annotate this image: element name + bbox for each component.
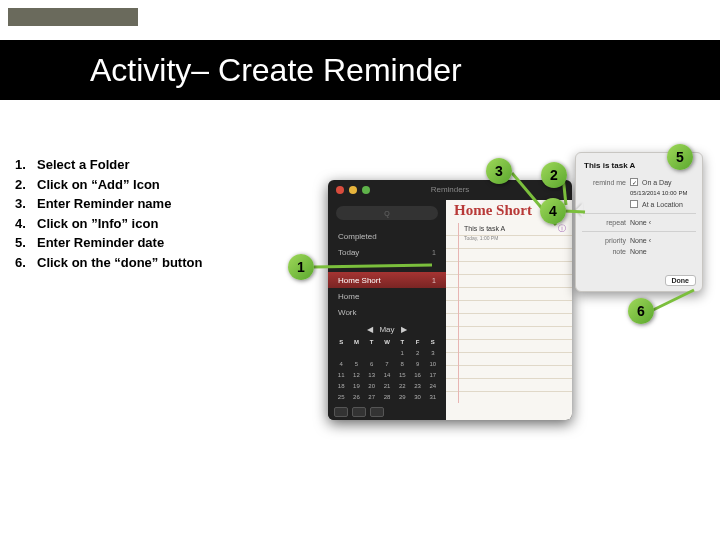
task-row[interactable]: This is task A ⓘ — [464, 223, 566, 234]
sidebar-item-work[interactable]: Work — [328, 304, 446, 320]
calendar-day[interactable]: 6 — [365, 359, 379, 369]
callout-badge-2: 2 — [541, 162, 567, 188]
info-icon[interactable]: ⓘ — [558, 223, 566, 234]
at-location-label: At a Location — [642, 201, 683, 208]
callout-badge-1: 1 — [288, 254, 314, 280]
repeat-value[interactable]: None ‹ — [630, 219, 651, 226]
calendar-day[interactable]: 12 — [349, 370, 363, 380]
divider — [582, 213, 696, 214]
calendar-day[interactable]: 25 — [334, 392, 348, 402]
task-list: This is task A ⓘ Today, 1:00 PM — [446, 223, 572, 403]
sidebar: Q Completed Today1 Home Short1 Home Work… — [328, 200, 446, 420]
step-item: 5.Enter Reminder date — [15, 233, 295, 253]
view-list-icon[interactable] — [334, 407, 348, 417]
calendar-dow: F — [410, 337, 424, 347]
calendar-dow: W — [380, 337, 394, 347]
calendar-day[interactable]: 4 — [334, 359, 348, 369]
search-input[interactable]: Q — [336, 206, 438, 220]
calendar-dow: M — [349, 337, 363, 347]
mini-calendar: ◀ May ▶ SMTWTFS1234567891011121314151617… — [334, 325, 440, 402]
search-icon: Q — [384, 210, 389, 217]
on-a-day-checkbox[interactable]: ✓ — [630, 178, 638, 186]
priority-label: priority — [584, 237, 626, 244]
calendar-day[interactable]: 18 — [334, 381, 348, 391]
on-a-day-label: On a Day — [642, 179, 672, 186]
reminder-date-field[interactable]: 05/13/2014 10:00 PM — [630, 190, 687, 196]
calendar-day[interactable]: 22 — [395, 381, 409, 391]
calendar-day[interactable]: 23 — [410, 381, 424, 391]
step-item: 2.Click on “Add” Icon — [15, 175, 295, 195]
divider — [328, 260, 446, 272]
calendar-day[interactable]: 20 — [365, 381, 379, 391]
view-add-icon[interactable] — [370, 407, 384, 417]
calendar-day[interactable]: 13 — [365, 370, 379, 380]
task-name: This is task A — [464, 225, 505, 232]
reminder-details-popover: This is task A remind me ✓ On a Day 05/1… — [575, 152, 703, 292]
step-item: 1.Select a Folder — [15, 155, 295, 175]
calendar-day[interactable]: 1 — [395, 348, 409, 358]
note-label: note — [584, 248, 626, 255]
divider — [582, 231, 696, 232]
calendar-day[interactable]: 14 — [380, 370, 394, 380]
calendar-day[interactable]: 21 — [380, 381, 394, 391]
step-item: 4.Click on ”Info” icon — [15, 214, 295, 234]
sidebar-item-completed[interactable]: Completed — [328, 228, 446, 244]
next-month-icon[interactable]: ▶ — [401, 325, 407, 334]
calendar-day — [365, 348, 379, 358]
view-toggle — [334, 407, 384, 417]
calendar-day[interactable]: 11 — [334, 370, 348, 380]
calendar-day[interactable]: 19 — [349, 381, 363, 391]
calendar-day[interactable]: 26 — [349, 392, 363, 402]
calendar-day[interactable]: 7 — [380, 359, 394, 369]
repeat-label: repeat — [584, 219, 626, 226]
priority-value[interactable]: None ‹ — [630, 237, 651, 244]
calendar-day[interactable]: 24 — [426, 381, 440, 391]
calendar-day[interactable]: 10 — [426, 359, 440, 369]
calendar-day — [334, 348, 348, 358]
calendar-day[interactable]: 16 — [410, 370, 424, 380]
callout-badge-5: 5 — [667, 144, 693, 170]
calendar-day — [380, 348, 394, 358]
calendar-grid[interactable]: SMTWTFS123456789101112131415161718192021… — [334, 337, 440, 402]
calendar-day[interactable]: 5 — [349, 359, 363, 369]
calendar-dow: S — [334, 337, 348, 347]
step-item: 6.Click on the “done” button — [15, 253, 295, 273]
remind-me-label: remind me — [584, 179, 626, 186]
view-calendar-icon[interactable] — [352, 407, 366, 417]
calendar-day — [349, 348, 363, 358]
calendar-day[interactable]: 15 — [395, 370, 409, 380]
callout-badge-4: 4 — [540, 198, 566, 224]
calendar-day[interactable]: 3 — [426, 348, 440, 358]
sidebar-item-home-short[interactable]: Home Short1 — [328, 272, 446, 288]
title-band: Activity– Create Reminder — [0, 40, 720, 100]
margin-line — [458, 223, 459, 403]
window-title: Reminders — [328, 185, 572, 194]
calendar-day[interactable]: 31 — [426, 392, 440, 402]
calendar-day[interactable]: 9 — [410, 359, 424, 369]
list-pane: + Home Short This is task A ⓘ Today, 1:0… — [446, 200, 572, 420]
slide-title: Activity– Create Reminder — [90, 52, 462, 89]
calendar-dow: S — [426, 337, 440, 347]
reminders-window: Reminders Q Completed Today1 Home Short1… — [328, 180, 572, 420]
calendar-day[interactable]: 29 — [395, 392, 409, 402]
calendar-day[interactable]: 8 — [395, 359, 409, 369]
callout-badge-6: 6 — [628, 298, 654, 324]
step-item: 3.Enter Reminder name — [15, 194, 295, 214]
calendar-day[interactable]: 28 — [380, 392, 394, 402]
sidebar-item-home[interactable]: Home — [328, 288, 446, 304]
note-value[interactable]: None — [630, 248, 647, 255]
prev-month-icon[interactable]: ◀ — [367, 325, 373, 334]
calendar-dow: T — [395, 337, 409, 347]
at-location-checkbox[interactable] — [630, 200, 638, 208]
calendar-day[interactable]: 30 — [410, 392, 424, 402]
folder-list: Completed Today1 Home Short1 Home Work — [328, 228, 446, 320]
sidebar-item-today[interactable]: Today1 — [328, 244, 446, 260]
accent-bar — [8, 8, 138, 26]
calendar-day[interactable]: 2 — [410, 348, 424, 358]
calendar-day[interactable]: 27 — [365, 392, 379, 402]
calendar-dow: T — [365, 337, 379, 347]
task-date: Today, 1:00 PM — [464, 235, 498, 241]
calendar-day[interactable]: 17 — [426, 370, 440, 380]
done-button[interactable]: Done — [665, 275, 697, 286]
calendar-month: May — [379, 325, 394, 334]
